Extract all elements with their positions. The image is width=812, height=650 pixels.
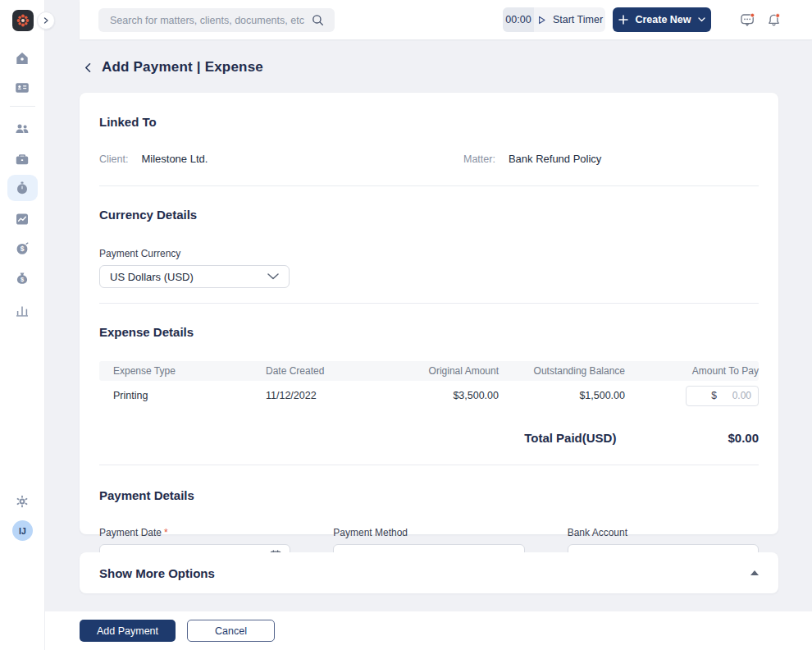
notifications-button[interactable] [765,11,782,29]
page-header: Add Payment | Expense [82,59,263,76]
briefcase-icon [14,151,30,167]
date-created-cell: 11/12/2022 [266,390,389,401]
app-logo[interactable] [12,10,34,31]
sidebar-expand-button[interactable] [37,11,55,30]
timer-widget: 00:00 Start Timer [503,7,605,32]
payment-currency-label: Payment Currency [99,248,759,259]
back-button[interactable] [82,62,94,74]
sidebar-item-billing[interactable]: $ [14,240,30,257]
linked-to-row: Client: Milestone Ltd. Matter: Bank Refu… [99,153,759,165]
bar-chart-icon [14,302,30,318]
show-more-options-card[interactable]: Show More Options [80,552,778,593]
client-label: Client: [99,153,128,165]
search-input[interactable] [98,8,335,32]
outstanding-balance-cell: $1,500.00 [499,390,625,401]
amount-to-pay-input[interactable] [720,390,751,401]
sidebar: $ $ [0,0,45,650]
sidebar-item-matters[interactable] [14,151,30,167]
sidebar-item-settings[interactable] [14,493,30,510]
divider [99,303,759,304]
client-value: Milestone Ltd. [141,153,208,165]
sidebar-item-time-tracking[interactable] [14,180,30,196]
amount-to-pay-field: $ [686,386,759,406]
start-timer-button[interactable]: Start Timer [534,7,605,32]
currency-prefix: $ [711,390,717,401]
gear-icon [14,493,30,510]
form-footer: Add Payment Cancel [45,611,812,650]
divider [99,465,759,465]
column-date-created: Date Created [266,365,389,377]
play-icon [536,15,547,25]
expense-table-header: Expense Type Date Created Original Amoun… [99,361,759,381]
logo-starburst-icon [15,12,31,29]
page-title: Add Payment | Expense [102,59,263,76]
sidebar-item-expenses[interactable]: $ [14,270,30,286]
show-more-options-heading: Show More Options [99,566,215,580]
total-paid-label: Total Paid(USD) [524,431,616,445]
payment-form-card: Linked To Client: Milestone Ltd. Matter:… [80,93,778,534]
linked-to-heading: Linked To [99,93,759,129]
collapse-arrow-icon[interactable] [750,570,759,575]
total-paid-value: $0.00 [728,431,759,445]
client-field: Client: Milestone Ltd. [99,153,463,165]
currency-details-heading: Currency Details [99,208,759,222]
payment-currency-select[interactable]: US Dollars (USD) [99,265,290,288]
cancel-button[interactable]: Cancel [187,620,275,642]
bell-icon [765,11,782,29]
matter-field: Matter: Bank Refund Policy [463,153,759,165]
payment-details-heading: Payment Details [99,488,759,502]
required-mark: * [164,527,168,538]
sidebar-item-contacts[interactable] [14,80,30,96]
sidebar-item-home[interactable] [14,50,30,66]
bank-account-label: Bank Account [568,527,759,538]
user-avatar[interactable]: IJ [12,520,33,541]
add-payment-button[interactable]: Add Payment [80,620,176,642]
svg-text:$: $ [21,245,25,253]
total-paid-row: Total Paid(USD) $0.00 [99,431,759,445]
plus-icon [618,15,628,25]
sidebar-item-reports[interactable] [14,302,30,318]
payment-currency-value: US Dollars (USD) [110,271,194,283]
money-bag-icon: $ [14,270,30,286]
stopwatch-icon [14,180,30,196]
divider [99,185,759,186]
matter-value: Bank Refund Policy [509,153,601,165]
payment-date-label: Payment Date [99,527,162,538]
users-icon [14,120,30,136]
top-header: 00:00 Start Timer Create New [80,0,812,39]
column-amount-to-pay: Amount To Pay [625,365,759,377]
create-new-button[interactable]: Create New [613,7,711,32]
column-original-amount: Original Amount [389,365,499,377]
dollar-coin-icon: $ [14,240,30,257]
create-new-label: Create New [635,14,691,25]
chevron-right-icon [43,17,49,24]
expense-type-cell: Printing [99,390,266,401]
chevron-down-icon [698,17,705,22]
trend-chart-icon [14,211,30,227]
chevron-down-icon [267,273,279,280]
contact-card-icon [14,80,30,96]
messages-button[interactable] [739,11,756,29]
original-amount-cell: $3,500.00 [389,390,499,401]
expense-table-row: Printing 11/12/2022 $3,500.00 $1,500.00 … [99,382,759,409]
start-timer-label: Start Timer [553,14,603,25]
payment-method-label: Payment Method [333,527,524,538]
chat-bubble-icon [739,11,756,29]
matter-label: Matter: [463,153,495,165]
sidebar-divider [10,106,35,107]
sidebar-item-activities[interactable] [14,211,30,227]
expense-details-heading: Expense Details [99,325,759,339]
column-expense-type: Expense Type [99,365,266,377]
global-search [98,8,335,32]
column-outstanding-balance: Outstanding Balance [499,365,625,377]
home-icon [14,50,30,66]
timer-value: 00:00 [503,7,534,32]
search-icon [311,13,325,27]
sidebar-item-clients[interactable] [14,120,30,136]
